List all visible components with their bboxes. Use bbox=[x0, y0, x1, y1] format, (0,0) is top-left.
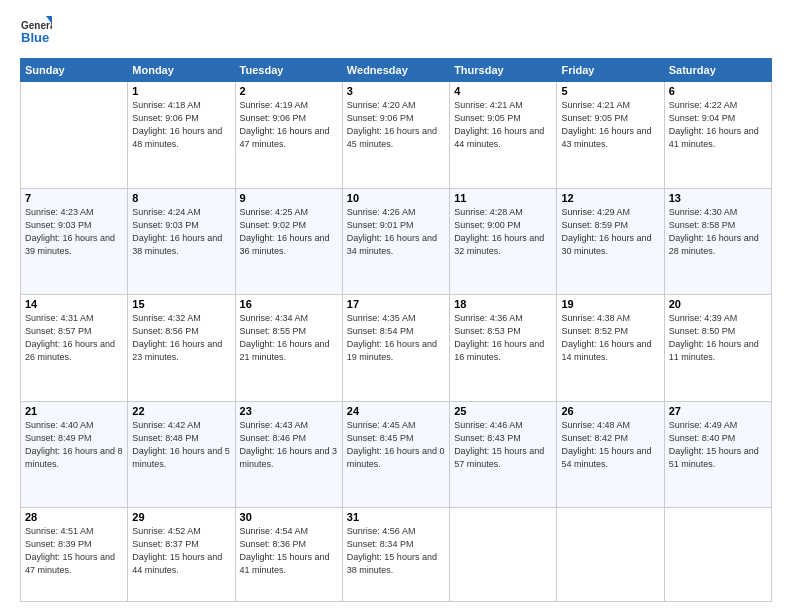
day-number: 24 bbox=[347, 405, 445, 417]
calendar-cell: 24Sunrise: 4:45 AM Sunset: 8:45 PM Dayli… bbox=[342, 401, 449, 508]
calendar-cell bbox=[664, 508, 771, 602]
calendar-cell: 30Sunrise: 4:54 AM Sunset: 8:36 PM Dayli… bbox=[235, 508, 342, 602]
day-info: Sunrise: 4:28 AM Sunset: 9:00 PM Dayligh… bbox=[454, 206, 552, 258]
day-number: 22 bbox=[132, 405, 230, 417]
day-info: Sunrise: 4:35 AM Sunset: 8:54 PM Dayligh… bbox=[347, 312, 445, 364]
day-info: Sunrise: 4:48 AM Sunset: 8:42 PM Dayligh… bbox=[561, 419, 659, 471]
calendar-cell: 1Sunrise: 4:18 AM Sunset: 9:06 PM Daylig… bbox=[128, 82, 235, 189]
day-info: Sunrise: 4:45 AM Sunset: 8:45 PM Dayligh… bbox=[347, 419, 445, 471]
day-info: Sunrise: 4:22 AM Sunset: 9:04 PM Dayligh… bbox=[669, 99, 767, 151]
calendar-cell: 12Sunrise: 4:29 AM Sunset: 8:59 PM Dayli… bbox=[557, 188, 664, 295]
calendar-cell: 6Sunrise: 4:22 AM Sunset: 9:04 PM Daylig… bbox=[664, 82, 771, 189]
weekday-monday: Monday bbox=[128, 59, 235, 82]
header: General Blue bbox=[20, 16, 772, 48]
calendar-cell bbox=[450, 508, 557, 602]
day-info: Sunrise: 4:34 AM Sunset: 8:55 PM Dayligh… bbox=[240, 312, 338, 364]
day-number: 21 bbox=[25, 405, 123, 417]
calendar-cell: 23Sunrise: 4:43 AM Sunset: 8:46 PM Dayli… bbox=[235, 401, 342, 508]
day-number: 15 bbox=[132, 298, 230, 310]
day-number: 6 bbox=[669, 85, 767, 97]
day-number: 28 bbox=[25, 511, 123, 523]
weekday-saturday: Saturday bbox=[664, 59, 771, 82]
calendar-cell: 18Sunrise: 4:36 AM Sunset: 8:53 PM Dayli… bbox=[450, 295, 557, 402]
day-info: Sunrise: 4:20 AM Sunset: 9:06 PM Dayligh… bbox=[347, 99, 445, 151]
calendar-cell: 27Sunrise: 4:49 AM Sunset: 8:40 PM Dayli… bbox=[664, 401, 771, 508]
day-number: 14 bbox=[25, 298, 123, 310]
calendar-row-5: 28Sunrise: 4:51 AM Sunset: 8:39 PM Dayli… bbox=[21, 508, 772, 602]
day-info: Sunrise: 4:42 AM Sunset: 8:48 PM Dayligh… bbox=[132, 419, 230, 471]
calendar-cell: 7Sunrise: 4:23 AM Sunset: 9:03 PM Daylig… bbox=[21, 188, 128, 295]
day-number: 30 bbox=[240, 511, 338, 523]
day-number: 2 bbox=[240, 85, 338, 97]
calendar-cell: 22Sunrise: 4:42 AM Sunset: 8:48 PM Dayli… bbox=[128, 401, 235, 508]
calendar-cell: 10Sunrise: 4:26 AM Sunset: 9:01 PM Dayli… bbox=[342, 188, 449, 295]
day-number: 7 bbox=[25, 192, 123, 204]
calendar-row-2: 7Sunrise: 4:23 AM Sunset: 9:03 PM Daylig… bbox=[21, 188, 772, 295]
weekday-header-row: SundayMondayTuesdayWednesdayThursdayFrid… bbox=[21, 59, 772, 82]
day-number: 8 bbox=[132, 192, 230, 204]
day-number: 12 bbox=[561, 192, 659, 204]
day-info: Sunrise: 4:40 AM Sunset: 8:49 PM Dayligh… bbox=[25, 419, 123, 471]
day-info: Sunrise: 4:39 AM Sunset: 8:50 PM Dayligh… bbox=[669, 312, 767, 364]
calendar-cell: 15Sunrise: 4:32 AM Sunset: 8:56 PM Dayli… bbox=[128, 295, 235, 402]
calendar-row-1: 1Sunrise: 4:18 AM Sunset: 9:06 PM Daylig… bbox=[21, 82, 772, 189]
logo-graphic: General Blue bbox=[20, 16, 52, 48]
day-info: Sunrise: 4:36 AM Sunset: 8:53 PM Dayligh… bbox=[454, 312, 552, 364]
calendar-cell: 13Sunrise: 4:30 AM Sunset: 8:58 PM Dayli… bbox=[664, 188, 771, 295]
day-info: Sunrise: 4:43 AM Sunset: 8:46 PM Dayligh… bbox=[240, 419, 338, 471]
weekday-wednesday: Wednesday bbox=[342, 59, 449, 82]
calendar-cell: 19Sunrise: 4:38 AM Sunset: 8:52 PM Dayli… bbox=[557, 295, 664, 402]
day-info: Sunrise: 4:19 AM Sunset: 9:06 PM Dayligh… bbox=[240, 99, 338, 151]
day-number: 20 bbox=[669, 298, 767, 310]
logo: General Blue bbox=[20, 16, 52, 48]
day-info: Sunrise: 4:21 AM Sunset: 9:05 PM Dayligh… bbox=[454, 99, 552, 151]
calendar-row-4: 21Sunrise: 4:40 AM Sunset: 8:49 PM Dayli… bbox=[21, 401, 772, 508]
day-info: Sunrise: 4:54 AM Sunset: 8:36 PM Dayligh… bbox=[240, 525, 338, 577]
day-number: 31 bbox=[347, 511, 445, 523]
calendar-cell bbox=[557, 508, 664, 602]
day-info: Sunrise: 4:30 AM Sunset: 8:58 PM Dayligh… bbox=[669, 206, 767, 258]
calendar-table: SundayMondayTuesdayWednesdayThursdayFrid… bbox=[20, 58, 772, 602]
day-info: Sunrise: 4:24 AM Sunset: 9:03 PM Dayligh… bbox=[132, 206, 230, 258]
day-info: Sunrise: 4:38 AM Sunset: 8:52 PM Dayligh… bbox=[561, 312, 659, 364]
day-number: 16 bbox=[240, 298, 338, 310]
day-info: Sunrise: 4:51 AM Sunset: 8:39 PM Dayligh… bbox=[25, 525, 123, 577]
day-number: 10 bbox=[347, 192, 445, 204]
day-number: 1 bbox=[132, 85, 230, 97]
day-info: Sunrise: 4:26 AM Sunset: 9:01 PM Dayligh… bbox=[347, 206, 445, 258]
day-number: 23 bbox=[240, 405, 338, 417]
calendar-cell: 3Sunrise: 4:20 AM Sunset: 9:06 PM Daylig… bbox=[342, 82, 449, 189]
day-info: Sunrise: 4:49 AM Sunset: 8:40 PM Dayligh… bbox=[669, 419, 767, 471]
calendar-cell: 20Sunrise: 4:39 AM Sunset: 8:50 PM Dayli… bbox=[664, 295, 771, 402]
day-number: 29 bbox=[132, 511, 230, 523]
day-info: Sunrise: 4:52 AM Sunset: 8:37 PM Dayligh… bbox=[132, 525, 230, 577]
calendar-cell: 28Sunrise: 4:51 AM Sunset: 8:39 PM Dayli… bbox=[21, 508, 128, 602]
calendar-cell: 16Sunrise: 4:34 AM Sunset: 8:55 PM Dayli… bbox=[235, 295, 342, 402]
day-number: 27 bbox=[669, 405, 767, 417]
calendar-cell: 11Sunrise: 4:28 AM Sunset: 9:00 PM Dayli… bbox=[450, 188, 557, 295]
calendar-row-3: 14Sunrise: 4:31 AM Sunset: 8:57 PM Dayli… bbox=[21, 295, 772, 402]
day-info: Sunrise: 4:25 AM Sunset: 9:02 PM Dayligh… bbox=[240, 206, 338, 258]
weekday-friday: Friday bbox=[557, 59, 664, 82]
calendar-cell: 29Sunrise: 4:52 AM Sunset: 8:37 PM Dayli… bbox=[128, 508, 235, 602]
calendar-cell: 9Sunrise: 4:25 AM Sunset: 9:02 PM Daylig… bbox=[235, 188, 342, 295]
page: General Blue SundayMondayTuesdayWednesda… bbox=[0, 0, 792, 612]
day-number: 18 bbox=[454, 298, 552, 310]
day-number: 5 bbox=[561, 85, 659, 97]
day-number: 13 bbox=[669, 192, 767, 204]
svg-text:Blue: Blue bbox=[21, 30, 49, 45]
day-info: Sunrise: 4:21 AM Sunset: 9:05 PM Dayligh… bbox=[561, 99, 659, 151]
day-number: 19 bbox=[561, 298, 659, 310]
day-number: 11 bbox=[454, 192, 552, 204]
weekday-tuesday: Tuesday bbox=[235, 59, 342, 82]
day-info: Sunrise: 4:32 AM Sunset: 8:56 PM Dayligh… bbox=[132, 312, 230, 364]
calendar-cell: 31Sunrise: 4:56 AM Sunset: 8:34 PM Dayli… bbox=[342, 508, 449, 602]
day-info: Sunrise: 4:31 AM Sunset: 8:57 PM Dayligh… bbox=[25, 312, 123, 364]
day-info: Sunrise: 4:23 AM Sunset: 9:03 PM Dayligh… bbox=[25, 206, 123, 258]
calendar-cell: 17Sunrise: 4:35 AM Sunset: 8:54 PM Dayli… bbox=[342, 295, 449, 402]
weekday-thursday: Thursday bbox=[450, 59, 557, 82]
calendar-cell: 5Sunrise: 4:21 AM Sunset: 9:05 PM Daylig… bbox=[557, 82, 664, 189]
day-info: Sunrise: 4:18 AM Sunset: 9:06 PM Dayligh… bbox=[132, 99, 230, 151]
day-number: 26 bbox=[561, 405, 659, 417]
calendar-cell: 4Sunrise: 4:21 AM Sunset: 9:05 PM Daylig… bbox=[450, 82, 557, 189]
